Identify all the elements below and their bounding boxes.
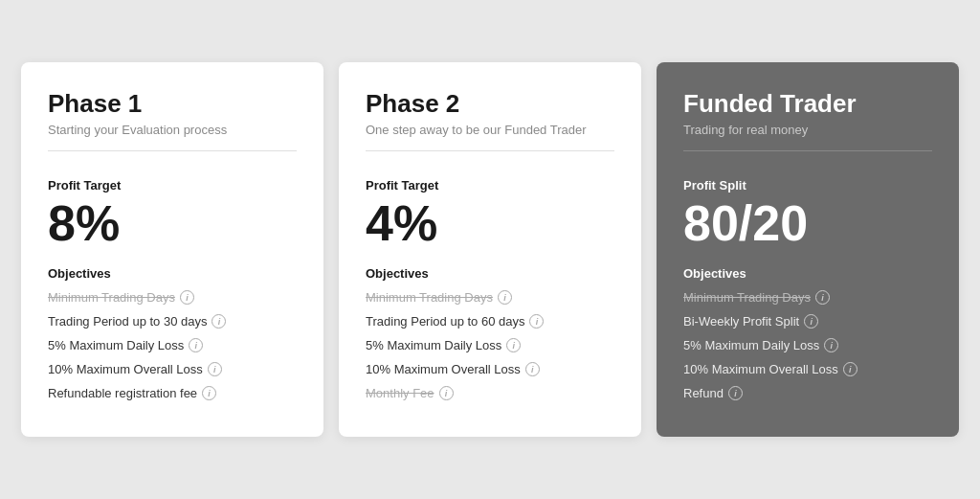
funded-objective-text-4: Refund xyxy=(683,386,724,400)
phase1-profit-value: 8% xyxy=(48,196,297,251)
phase1-objective-text-1: Trading Period up to 30 days xyxy=(48,314,207,329)
info-icon-funded-3[interactable]: i xyxy=(843,362,858,376)
funded-objective-4: Refundi xyxy=(683,386,932,400)
info-icon-phase2-4[interactable]: i xyxy=(439,386,454,400)
info-icon-phase1-2[interactable]: i xyxy=(189,338,203,352)
phase1-subtitle: Starting your Evaluation process xyxy=(48,123,297,151)
phase1-objective-4: Refundable registration feei xyxy=(48,386,297,400)
phase1-profit-label: Profit Target xyxy=(48,178,297,193)
phase1-objective-text-2: 5% Maximum Daily Loss xyxy=(48,338,184,352)
phase1-objective-1: Trading Period up to 30 daysi xyxy=(48,314,297,329)
phase2-profit-value: 4% xyxy=(366,196,614,251)
phase2-objective-text-4: Monthly Fee xyxy=(366,386,434,400)
phase1-objective-3: 10% Maximum Overall Lossi xyxy=(48,362,297,376)
phase2-objective-0: Minimum Trading Daysi xyxy=(366,290,614,305)
info-icon-phase2-0[interactable]: i xyxy=(498,290,512,305)
phase1-objective-2: 5% Maximum Daily Lossi xyxy=(48,338,297,352)
phase2-objective-4: Monthly Feei xyxy=(366,386,614,400)
card-funded: Funded TraderTrading for real moneyProfi… xyxy=(657,62,959,437)
funded-objective-3: 10% Maximum Overall Lossi xyxy=(683,362,932,376)
info-icon-funded-2[interactable]: i xyxy=(824,338,838,352)
phase2-subtitle: One step away to be our Funded Trader xyxy=(366,123,614,151)
phase2-objectives-label: Objectives xyxy=(366,266,614,281)
funded-objective-text-3: 10% Maximum Overall Loss xyxy=(683,362,838,376)
phase2-objective-text-1: Trading Period up to 60 days xyxy=(366,314,524,329)
info-icon-phase1-1[interactable]: i xyxy=(212,314,226,329)
funded-objectives-label: Objectives xyxy=(683,266,932,281)
phase1-objective-text-0: Minimum Trading Days xyxy=(48,290,175,305)
phase1-objective-text-3: 10% Maximum Overall Loss xyxy=(48,362,203,376)
phase2-profit-label: Profit Target xyxy=(366,178,614,193)
funded-objective-text-2: 5% Maximum Daily Loss xyxy=(683,338,819,352)
funded-objective-text-0: Minimum Trading Days xyxy=(683,290,811,305)
phase2-objective-3: 10% Maximum Overall Lossi xyxy=(366,362,614,376)
info-icon-funded-4[interactable]: i xyxy=(728,386,743,400)
funded-subtitle: Trading for real money xyxy=(683,123,932,151)
cards-container: Phase 1Starting your Evaluation processP… xyxy=(21,62,959,437)
info-icon-funded-0[interactable]: i xyxy=(815,290,830,305)
info-icon-phase2-1[interactable]: i xyxy=(529,314,544,329)
info-icon-phase1-0[interactable]: i xyxy=(180,290,194,305)
info-icon-funded-1[interactable]: i xyxy=(804,314,818,329)
phase2-title: Phase 2 xyxy=(366,89,614,119)
info-icon-phase2-3[interactable]: i xyxy=(525,362,540,376)
phase2-objective-text-0: Minimum Trading Days xyxy=(366,290,493,305)
funded-objective-1: Bi-Weekly Profit Spliti xyxy=(683,314,932,329)
funded-profit-label: Profit Split xyxy=(683,178,932,193)
phase1-objective-0: Minimum Trading Daysi xyxy=(48,290,297,305)
funded-objective-text-1: Bi-Weekly Profit Split xyxy=(683,314,799,329)
phase1-title: Phase 1 xyxy=(48,89,297,119)
phase2-objective-2: 5% Maximum Daily Lossi xyxy=(366,338,614,352)
funded-title: Funded Trader xyxy=(683,89,932,119)
funded-objective-0: Minimum Trading Daysi xyxy=(683,290,932,305)
info-icon-phase1-4[interactable]: i xyxy=(202,386,216,400)
funded-objective-2: 5% Maximum Daily Lossi xyxy=(683,338,932,352)
phase2-objective-text-2: 5% Maximum Daily Loss xyxy=(366,338,501,352)
card-phase2: Phase 2One step away to be our Funded Tr… xyxy=(339,62,641,437)
card-phase1: Phase 1Starting your Evaluation processP… xyxy=(21,62,323,437)
phase2-objective-text-3: 10% Maximum Overall Loss xyxy=(366,362,521,376)
info-icon-phase2-2[interactable]: i xyxy=(506,338,521,352)
phase1-objective-text-4: Refundable registration fee xyxy=(48,386,197,400)
funded-profit-value: 80/20 xyxy=(683,196,932,251)
phase1-objectives-label: Objectives xyxy=(48,266,297,281)
phase2-objective-1: Trading Period up to 60 daysi xyxy=(366,314,614,329)
info-icon-phase1-3[interactable]: i xyxy=(208,362,222,376)
